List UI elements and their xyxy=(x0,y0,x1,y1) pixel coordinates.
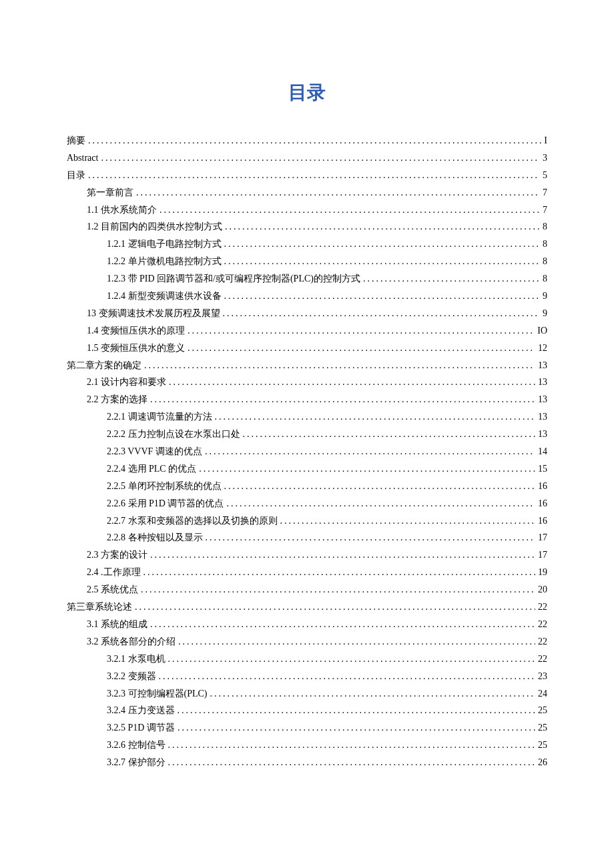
toc-entry-label: 第一章前言 xyxy=(87,184,133,201)
toc-entry-page: 13 xyxy=(538,408,547,426)
toc-entry: 1.1 供水系统简介..............................… xyxy=(67,201,547,219)
toc-entry: 2.3 方案的设计...............................… xyxy=(67,546,547,564)
toc-entry-label: 1.2.1 逻辑电子电路控制方式 xyxy=(107,236,222,253)
dot-leader: ........................................… xyxy=(188,322,535,340)
toc-entry-page: 25 xyxy=(538,737,547,754)
toc-entry-page: 25 xyxy=(538,719,547,737)
toc-entry-label: 3.2.7 保护部分 xyxy=(107,754,166,771)
toc-entry: 2.2 方案的选择...............................… xyxy=(67,391,547,408)
toc-entry: 1.2.1 逻辑电子电路控制方式........................… xyxy=(67,236,547,253)
toc-entry: 3.2.1 水泵电机..............................… xyxy=(67,650,547,668)
dot-leader: ........................................… xyxy=(188,340,535,357)
dot-leader: ........................................… xyxy=(206,529,536,546)
toc-entry: 3.2.3 可控制编程器(PLC).......................… xyxy=(67,685,547,703)
toc-entry-page: 5 xyxy=(543,167,547,184)
toc-entry-page: 22 xyxy=(538,633,547,650)
dot-leader: ........................................… xyxy=(160,201,540,219)
toc-entry-label: 1.4 变频恒压供水的原理 xyxy=(87,322,185,340)
toc-entry-page: 9 xyxy=(543,288,547,305)
toc-entry-page: 17 xyxy=(538,546,547,564)
toc-entry: 1.5 变频恒压供水的意义...........................… xyxy=(67,340,547,357)
toc-entry-label: 2.3 方案的设计 xyxy=(87,546,147,564)
dot-leader: ........................................… xyxy=(226,495,535,512)
toc-entry-label: 1.1 供水系统简介 xyxy=(87,201,157,219)
toc-entry-label: 3.2.3 可控制编程器(PLC) xyxy=(107,685,208,703)
toc-entry-label: 2.2.4 选用 PLC 的优点 xyxy=(107,460,196,478)
toc-entry: 2.5 系统优点................................… xyxy=(67,581,547,598)
toc-entry-label: 3.2.1 水泵电机 xyxy=(107,650,166,668)
toc-entry-label: 1.2.3 带 PID 回路调节器和/或可编程序控制器(PLC)的控制方式 xyxy=(107,270,360,288)
dot-leader: ........................................… xyxy=(141,581,535,598)
dot-leader: ........................................… xyxy=(168,650,536,668)
dot-leader: ........................................… xyxy=(150,616,535,633)
dot-leader: ........................................… xyxy=(136,184,540,201)
toc-entry-page: 9 xyxy=(543,305,547,322)
toc-entry: 3.1 系统的组成...............................… xyxy=(67,616,547,633)
toc-entry: 2.2.3 VVVF 调速的优点........................… xyxy=(67,443,547,460)
toc-entry-page: 8 xyxy=(543,236,547,253)
dot-leader: ........................................… xyxy=(280,512,536,530)
toc-entry-label: 2.2.5 单闭环控制系统的优点 xyxy=(107,478,222,495)
toc-entry-page: 7 xyxy=(543,201,547,219)
dot-leader: ........................................… xyxy=(143,564,536,581)
dot-leader: ........................................… xyxy=(88,132,541,149)
toc-entry: 3.2.6 控制信号..............................… xyxy=(67,737,547,754)
toc-entry-page: 8 xyxy=(543,270,547,288)
dot-leader: ........................................… xyxy=(363,270,540,288)
toc-entry-label: 目录 xyxy=(67,167,85,184)
toc-entry: 2.2.6 采用 P1D 调节器的优点.....................… xyxy=(67,495,547,512)
toc-entry-page: 20 xyxy=(538,581,547,598)
toc-entry: 摘要......................................… xyxy=(67,132,547,149)
dot-leader: ........................................… xyxy=(210,685,536,703)
toc-entry-page: 8 xyxy=(543,218,547,236)
dot-leader: ........................................… xyxy=(150,391,535,408)
toc-entry-label: 1.2 目前国内的四类供水控制方式 xyxy=(87,218,222,236)
toc-entry-label: 摘要 xyxy=(67,132,85,149)
dot-leader: ........................................… xyxy=(224,253,541,270)
toc-entry: 3.2 系统各部分的介绍............................… xyxy=(67,633,547,650)
toc-entry-label: 3.2.5 P1D 调节器 xyxy=(107,719,175,737)
toc-entry-page: 22 xyxy=(538,598,547,616)
toc-entry-page: 14 xyxy=(538,443,547,460)
toc-entry-page: 3 xyxy=(543,149,547,167)
toc-entry: 3.2.4 压力变送器.............................… xyxy=(67,702,547,719)
toc-entry-label: 1.2.2 单片微机电路控制方式 xyxy=(107,253,222,270)
toc-entry: 2.2.5 单闭环控制系统的优点........................… xyxy=(67,478,547,495)
toc-entry: Abstract................................… xyxy=(67,149,547,167)
toc-entry-label: 1.5 变频恒压供水的意义 xyxy=(87,340,185,357)
dot-leader: ........................................… xyxy=(224,288,541,305)
toc-entry-page: 13 xyxy=(538,357,547,374)
dot-leader: ........................................… xyxy=(144,357,535,374)
toc-entry: 目录......................................… xyxy=(67,167,547,184)
dot-leader: ........................................… xyxy=(88,167,540,184)
toc-entry-label: 13 变频调速技术发展历程及展望 xyxy=(87,305,220,322)
dot-leader: ........................................… xyxy=(168,737,536,754)
dot-leader: ........................................… xyxy=(178,633,535,650)
toc-entry-label: 2.5 系统优点 xyxy=(87,581,138,598)
toc-entry: 3.2.5 P1D 调节器...........................… xyxy=(67,719,547,737)
dot-leader: ........................................… xyxy=(224,478,536,495)
dot-leader: ........................................… xyxy=(168,754,536,771)
table-of-contents: 摘要......................................… xyxy=(67,132,547,771)
toc-entry-page: 23 xyxy=(538,668,547,685)
dot-leader: ........................................… xyxy=(169,374,535,391)
dot-leader: ........................................… xyxy=(199,460,535,478)
toc-entry-page: 25 xyxy=(538,702,547,719)
document-page: 目录 摘要...................................… xyxy=(0,0,614,868)
toc-entry: 2.4 .工作原理...............................… xyxy=(67,564,547,581)
toc-entry: 1.2.4 新型变频调速供水设备........................… xyxy=(67,288,547,305)
dot-leader: ........................................… xyxy=(224,236,541,253)
toc-entry: 1.2 目前国内的四类供水控制方式.......................… xyxy=(67,218,547,236)
dot-leader: ........................................… xyxy=(223,305,541,322)
toc-entry-label: 第二章方案的确定 xyxy=(67,357,141,374)
dot-leader: ........................................… xyxy=(205,443,535,460)
toc-entry-page: 19 xyxy=(538,564,547,581)
dot-leader: ........................................… xyxy=(178,702,536,719)
toc-entry-page: 13 xyxy=(538,374,547,391)
toc-entry-label: 第三章系统论述 xyxy=(67,598,132,616)
toc-entry-page: 13 xyxy=(538,391,547,408)
toc-entry-page: IO xyxy=(537,322,547,340)
toc-entry: 第一章前言...................................… xyxy=(67,184,547,201)
toc-entry: 第三章系统论述.................................… xyxy=(67,598,547,616)
toc-entry: 3.2.7 保护部分..............................… xyxy=(67,754,547,771)
